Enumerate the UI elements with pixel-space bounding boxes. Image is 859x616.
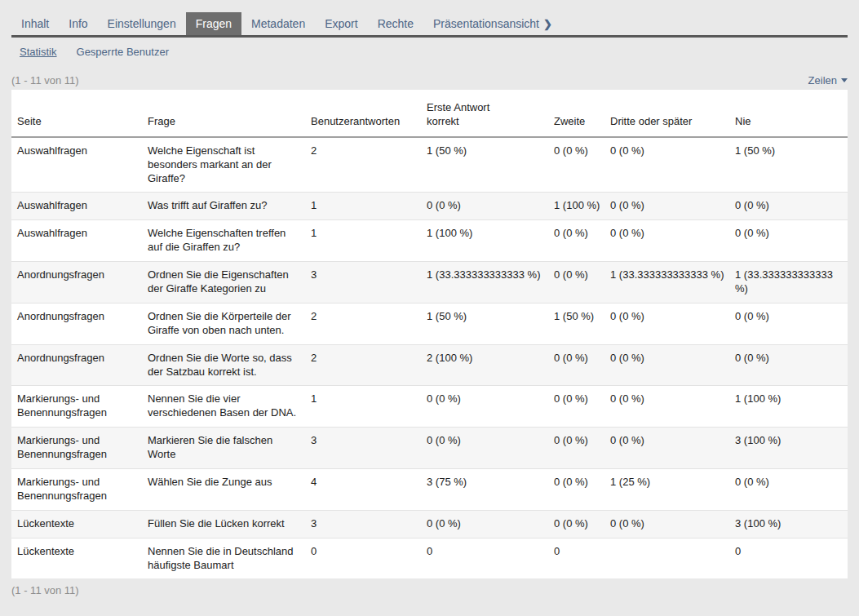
tab-export[interactable]: Export	[315, 12, 367, 35]
cell-nie: 0	[729, 538, 848, 578]
cell-benutzerantworten: 1	[305, 386, 421, 428]
tab-inhalt[interactable]: Inhalt	[11, 12, 59, 35]
table-row: AuswahlfragenWelche Eigenschaft ist beso…	[11, 137, 848, 193]
cell-seite: Anordnungsfragen	[11, 262, 142, 304]
cell-nie: 1 (33.333333333333 %)	[729, 262, 848, 304]
cell-frage: Was trifft auf Giraffen zu?	[142, 193, 305, 220]
table-row: AuswahlfragenWas trifft auf Giraffen zu?…	[11, 193, 848, 220]
cell-benutzerantworten: 3	[305, 510, 421, 538]
cell-frage: Ordnen Sie die Worte so, dass der Satzba…	[142, 344, 305, 386]
tab-praesentationsansicht-label: Präsentationsansicht	[433, 17, 539, 30]
cell-frage: Füllen Sie die Lücken korrekt	[142, 510, 305, 538]
cell-erste-antwort-korrekt: 0 (0 %)	[421, 428, 548, 469]
cell-frage: Ordnen Sie die Körperteile der Giraffe v…	[142, 303, 305, 344]
cell-dritte-oder-spaeter: 0 (0 %)	[604, 386, 729, 428]
cell-zweite: 0 (0 %)	[548, 510, 604, 538]
tab-fragen[interactable]: Fragen	[186, 12, 241, 35]
tab-metadaten[interactable]: Metadaten	[241, 12, 315, 35]
pagination-bottom: (1 - 11 von 11)	[11, 584, 79, 596]
cell-benutzerantworten: 2	[305, 303, 421, 344]
col-header-nie: Nie	[729, 90, 848, 137]
cell-seite: Markierungs- und Benennungsfragen	[11, 386, 142, 428]
tab-info[interactable]: Info	[59, 12, 97, 35]
pagination-top: (1 - 11 von 11)	[11, 74, 79, 86]
cell-nie: 1 (100 %)	[729, 386, 848, 428]
cell-benutzerantworten: 2	[305, 344, 421, 386]
cell-zweite: 0 (0 %)	[548, 469, 604, 511]
cell-dritte-oder-spaeter: 0 (0 %)	[604, 344, 729, 386]
col-header-erste-antwort-korrekt: Erste Antwort korrekt	[421, 90, 548, 137]
table-row: AnordnungsfragenOrdnen Sie die Körpertei…	[11, 303, 848, 344]
cell-frage: Nennen Sie die in Deutschland häufigste …	[142, 538, 305, 578]
cell-erste-antwort-korrekt: 1 (33.333333333333 %)	[421, 262, 548, 304]
cell-erste-antwort-korrekt: 1 (50 %)	[421, 303, 548, 344]
col-header-benutzerantworten: Benutzerantworten	[305, 90, 421, 137]
cell-frage: Nennen Sie die vier verschiedenen Basen …	[142, 386, 305, 428]
table-row: LückentexteFüllen Sie die Lücken korrekt…	[11, 510, 848, 538]
table-row: Markierungs- und BenennungsfragenMarkier…	[11, 428, 848, 469]
cell-benutzerantworten: 3	[305, 428, 421, 469]
cell-erste-antwort-korrekt: 0 (0 %)	[421, 193, 548, 220]
table-row: Markierungs- und BenennungsfragenNennen …	[11, 386, 848, 428]
table-row: LückentexteNennen Sie die in Deutschland…	[11, 538, 848, 578]
cell-dritte-oder-spaeter: 1 (25 %)	[604, 469, 729, 511]
subtab-gesperrte-benutzer[interactable]: Gesperrte Benutzer	[77, 46, 169, 58]
cell-dritte-oder-spaeter: 0 (0 %)	[604, 510, 729, 538]
cell-nie: 3 (100 %)	[729, 510, 848, 538]
table-body: AuswahlfragenWelche Eigenschaft ist beso…	[11, 137, 848, 579]
cell-frage: Markieren Sie die falschen Worte	[142, 428, 305, 469]
cell-dritte-oder-spaeter: 0 (0 %)	[604, 137, 729, 193]
cell-frage: Welche Eigenschaft ist besonders markant…	[142, 137, 305, 193]
cell-zweite: 0	[548, 538, 604, 578]
cell-erste-antwort-korrekt: 0 (0 %)	[421, 386, 548, 428]
cell-erste-antwort-korrekt: 0 (0 %)	[421, 510, 548, 538]
col-header-dritte-oder-spaeter: Dritte oder später	[604, 90, 729, 137]
cell-nie: 0 (0 %)	[729, 344, 848, 386]
col-header-frage: Frage	[142, 90, 305, 137]
tab-bar: Inhalt Info Einstellungen Fragen Metadat…	[11, 12, 848, 38]
table-row: AnordnungsfragenOrdnen Sie die Eigenscha…	[11, 262, 848, 304]
cell-benutzerantworten: 0	[305, 538, 421, 578]
cell-erste-antwort-korrekt: 1 (100 %)	[421, 220, 548, 262]
cell-seite: Lückentexte	[11, 538, 142, 578]
table-row: Markierungs- und BenennungsfragenWählen …	[11, 469, 848, 511]
chevron-right-icon: ❯	[543, 18, 552, 30]
table-row: AnordnungsfragenOrdnen Sie die Worte so,…	[11, 344, 848, 386]
cell-dritte-oder-spaeter: 1 (33.333333333333 %)	[604, 262, 729, 304]
cell-seite: Anordnungsfragen	[11, 344, 142, 386]
cell-dritte-oder-spaeter: 0 (0 %)	[604, 220, 729, 262]
cell-benutzerantworten: 3	[305, 262, 421, 304]
cell-zweite: 0 (0 %)	[548, 428, 604, 469]
cell-frage: Wählen Sie die Zunge aus	[142, 469, 305, 511]
table-row: AuswahlfragenWelche Eigenschaften treffe…	[11, 220, 848, 262]
tab-einstellungen[interactable]: Einstellungen	[98, 12, 186, 35]
cell-seite: Anordnungsfragen	[11, 303, 142, 344]
cell-erste-antwort-korrekt: 1 (50 %)	[421, 137, 548, 193]
cell-zweite: 0 (0 %)	[548, 386, 604, 428]
tab-rechte[interactable]: Rechte	[368, 12, 423, 35]
cell-nie: 3 (100 %)	[729, 428, 848, 469]
table-header-row: Seite Frage Benutzerantworten Erste Antw…	[11, 90, 848, 137]
cell-zweite: 0 (0 %)	[548, 344, 604, 386]
cell-zweite: 1 (100 %)	[548, 193, 604, 220]
cell-benutzerantworten: 4	[305, 469, 421, 511]
cell-dritte-oder-spaeter: 0 (0 %)	[604, 428, 729, 469]
cell-seite: Auswahlfragen	[11, 193, 142, 220]
subtab-statistik[interactable]: Statistik	[20, 46, 57, 58]
table-controls-bottom: (1 - 11 von 11)	[11, 584, 848, 596]
rows-dropdown-label: Zeilen	[808, 74, 837, 86]
cell-nie: 0 (0 %)	[729, 220, 848, 262]
cell-nie: 0 (0 %)	[729, 303, 848, 344]
cell-seite: Lückentexte	[11, 510, 142, 538]
cell-zweite: 1 (50 %)	[548, 303, 604, 344]
cell-benutzerantworten: 1	[305, 193, 421, 220]
cell-nie: 1 (50 %)	[729, 137, 848, 193]
cell-seite: Markierungs- und Benennungsfragen	[11, 428, 142, 469]
cell-seite: Auswahlfragen	[11, 137, 142, 193]
cell-benutzerantworten: 2	[305, 137, 421, 193]
cell-zweite: 0 (0 %)	[548, 137, 604, 193]
tab-praesentationsansicht[interactable]: Präsentationsansicht❯	[423, 12, 562, 35]
cell-zweite: 0 (0 %)	[548, 262, 604, 304]
cell-dritte-oder-spaeter: 0 (0 %)	[604, 193, 729, 220]
rows-dropdown[interactable]: Zeilen	[808, 74, 848, 86]
